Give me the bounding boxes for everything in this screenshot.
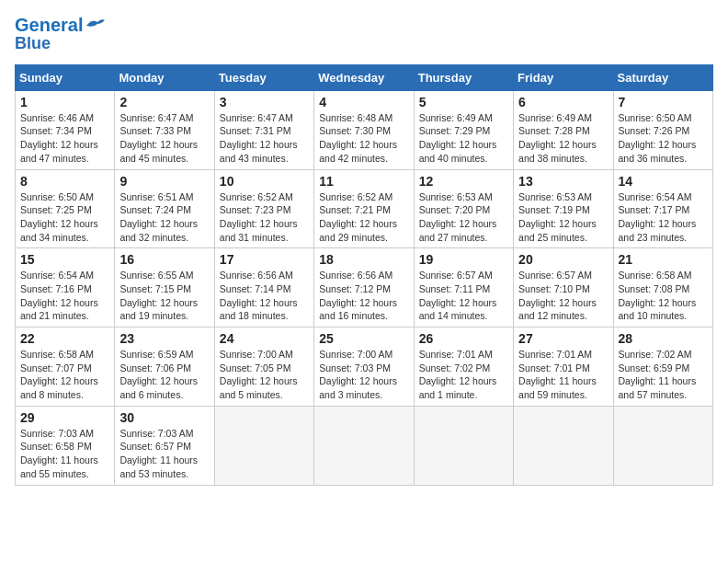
calendar-week-row: 1 Sunrise: 6:46 AM Sunset: 7:34 PM Dayli… bbox=[16, 90, 713, 169]
day-number: 9 bbox=[119, 174, 209, 189]
day-detail: Sunrise: 6:59 AM Sunset: 7:06 PM Dayligh… bbox=[119, 348, 209, 402]
day-detail: Sunrise: 6:58 AM Sunset: 7:07 PM Dayligh… bbox=[20, 348, 109, 402]
col-tuesday: Tuesday bbox=[214, 64, 313, 90]
day-detail: Sunrise: 7:01 AM Sunset: 7:02 PM Dayligh… bbox=[419, 348, 508, 402]
day-number: 23 bbox=[119, 331, 209, 346]
day-detail: Sunrise: 7:01 AM Sunset: 7:01 PM Dayligh… bbox=[518, 348, 608, 402]
day-number: 17 bbox=[220, 252, 309, 267]
day-detail: Sunrise: 6:53 AM Sunset: 7:20 PM Dayligh… bbox=[419, 190, 508, 245]
calendar-cell: 19 Sunrise: 6:57 AM Sunset: 7:11 PM Dayl… bbox=[414, 248, 513, 327]
day-number: 5 bbox=[419, 95, 508, 109]
day-number: 15 bbox=[20, 252, 109, 267]
day-detail: Sunrise: 7:03 AM Sunset: 6:58 PM Dayligh… bbox=[20, 427, 109, 481]
calendar-cell: 14 Sunrise: 6:54 AM Sunset: 7:17 PM Dayl… bbox=[613, 169, 712, 248]
day-number: 20 bbox=[518, 252, 608, 267]
day-detail: Sunrise: 7:00 AM Sunset: 7:03 PM Dayligh… bbox=[319, 348, 408, 402]
day-number: 12 bbox=[419, 174, 508, 189]
day-detail: Sunrise: 7:03 AM Sunset: 6:57 PM Dayligh… bbox=[119, 427, 209, 481]
day-number: 3 bbox=[220, 95, 309, 109]
col-wednesday: Wednesday bbox=[314, 64, 414, 90]
day-detail: Sunrise: 6:47 AM Sunset: 7:31 PM Dayligh… bbox=[220, 111, 309, 166]
day-number: 4 bbox=[319, 95, 408, 109]
calendar-header-row: Sunday Monday Tuesday Wednesday Thursday… bbox=[16, 64, 713, 90]
calendar-cell: 13 Sunrise: 6:53 AM Sunset: 7:19 PM Dayl… bbox=[514, 169, 613, 248]
day-detail: Sunrise: 6:53 AM Sunset: 7:19 PM Dayligh… bbox=[518, 190, 608, 245]
day-detail: Sunrise: 6:57 AM Sunset: 7:11 PM Dayligh… bbox=[419, 269, 508, 323]
calendar-cell: 17 Sunrise: 6:56 AM Sunset: 7:14 PM Dayl… bbox=[214, 248, 313, 327]
day-detail: Sunrise: 6:54 AM Sunset: 7:17 PM Dayligh… bbox=[619, 190, 708, 245]
day-detail: Sunrise: 6:50 AM Sunset: 7:25 PM Dayligh… bbox=[20, 190, 109, 245]
day-number: 21 bbox=[619, 252, 708, 267]
calendar-cell: 7 Sunrise: 6:50 AM Sunset: 7:26 PM Dayli… bbox=[613, 90, 712, 169]
day-detail: Sunrise: 6:57 AM Sunset: 7:10 PM Dayligh… bbox=[518, 269, 608, 323]
calendar-cell: 23 Sunrise: 6:59 AM Sunset: 7:06 PM Dayl… bbox=[115, 327, 214, 407]
calendar-cell: 27 Sunrise: 7:01 AM Sunset: 7:01 PM Dayl… bbox=[514, 327, 613, 407]
calendar-week-row: 15 Sunrise: 6:54 AM Sunset: 7:16 PM Dayl… bbox=[16, 248, 713, 327]
day-detail: Sunrise: 6:56 AM Sunset: 7:12 PM Dayligh… bbox=[319, 269, 408, 323]
calendar-cell bbox=[613, 406, 712, 485]
col-monday: Monday bbox=[115, 64, 214, 90]
calendar-cell bbox=[314, 406, 414, 485]
calendar-week-row: 8 Sunrise: 6:50 AM Sunset: 7:25 PM Dayli… bbox=[16, 169, 713, 248]
day-number: 14 bbox=[619, 174, 708, 189]
calendar-cell: 5 Sunrise: 6:49 AM Sunset: 7:29 PM Dayli… bbox=[414, 90, 513, 169]
calendar-cell bbox=[414, 406, 513, 485]
day-number: 10 bbox=[220, 174, 309, 189]
calendar-cell: 2 Sunrise: 6:47 AM Sunset: 7:33 PM Dayli… bbox=[115, 90, 214, 169]
day-number: 26 bbox=[419, 331, 508, 346]
day-detail: Sunrise: 6:58 AM Sunset: 7:08 PM Dayligh… bbox=[619, 269, 708, 323]
calendar-cell: 9 Sunrise: 6:51 AM Sunset: 7:24 PM Dayli… bbox=[115, 169, 214, 248]
day-detail: Sunrise: 6:54 AM Sunset: 7:16 PM Dayligh… bbox=[20, 269, 109, 323]
day-number: 19 bbox=[419, 252, 508, 267]
calendar-cell: 26 Sunrise: 7:01 AM Sunset: 7:02 PM Dayl… bbox=[414, 327, 513, 407]
col-thursday: Thursday bbox=[414, 64, 513, 90]
calendar-cell: 8 Sunrise: 6:50 AM Sunset: 7:25 PM Dayli… bbox=[16, 169, 115, 248]
calendar-cell: 6 Sunrise: 6:49 AM Sunset: 7:28 PM Dayli… bbox=[514, 90, 613, 169]
calendar-cell: 10 Sunrise: 6:52 AM Sunset: 7:23 PM Dayl… bbox=[214, 169, 313, 248]
day-detail: Sunrise: 6:49 AM Sunset: 7:29 PM Dayligh… bbox=[419, 111, 508, 166]
day-number: 29 bbox=[20, 410, 109, 425]
calendar-table: Sunday Monday Tuesday Wednesday Thursday… bbox=[15, 64, 713, 486]
calendar-cell: 18 Sunrise: 6:56 AM Sunset: 7:12 PM Dayl… bbox=[314, 248, 414, 327]
calendar-cell: 15 Sunrise: 6:54 AM Sunset: 7:16 PM Dayl… bbox=[16, 248, 115, 327]
day-number: 7 bbox=[619, 95, 708, 109]
day-detail: Sunrise: 6:47 AM Sunset: 7:33 PM Dayligh… bbox=[119, 111, 209, 166]
calendar-week-row: 29 Sunrise: 7:03 AM Sunset: 6:58 PM Dayl… bbox=[16, 406, 713, 485]
bird-icon bbox=[85, 17, 107, 33]
day-number: 22 bbox=[20, 331, 109, 346]
day-number: 25 bbox=[319, 331, 408, 346]
calendar-cell: 30 Sunrise: 7:03 AM Sunset: 6:57 PM Dayl… bbox=[115, 406, 214, 485]
day-number: 13 bbox=[518, 174, 608, 189]
day-detail: Sunrise: 6:51 AM Sunset: 7:24 PM Dayligh… bbox=[119, 190, 209, 245]
day-number: 6 bbox=[518, 95, 608, 109]
day-number: 8 bbox=[20, 174, 109, 189]
calendar-cell: 20 Sunrise: 6:57 AM Sunset: 7:10 PM Dayl… bbox=[514, 248, 613, 327]
day-number: 18 bbox=[319, 252, 408, 267]
calendar-cell: 12 Sunrise: 6:53 AM Sunset: 7:20 PM Dayl… bbox=[414, 169, 513, 248]
calendar-cell: 16 Sunrise: 6:55 AM Sunset: 7:15 PM Dayl… bbox=[115, 248, 214, 327]
day-detail: Sunrise: 6:55 AM Sunset: 7:15 PM Dayligh… bbox=[119, 269, 209, 323]
day-detail: Sunrise: 7:00 AM Sunset: 7:05 PM Dayligh… bbox=[220, 348, 309, 402]
day-number: 2 bbox=[119, 95, 209, 109]
calendar-cell: 11 Sunrise: 6:52 AM Sunset: 7:21 PM Dayl… bbox=[314, 169, 414, 248]
day-number: 28 bbox=[619, 331, 708, 346]
day-detail: Sunrise: 7:02 AM Sunset: 6:59 PM Dayligh… bbox=[619, 348, 708, 402]
day-number: 11 bbox=[319, 174, 408, 189]
day-detail: Sunrise: 6:52 AM Sunset: 7:21 PM Dayligh… bbox=[319, 190, 408, 245]
day-detail: Sunrise: 6:46 AM Sunset: 7:34 PM Dayligh… bbox=[20, 111, 109, 166]
day-number: 1 bbox=[20, 95, 109, 109]
calendar-cell: 3 Sunrise: 6:47 AM Sunset: 7:31 PM Dayli… bbox=[214, 90, 313, 169]
day-number: 24 bbox=[220, 331, 309, 346]
day-detail: Sunrise: 6:49 AM Sunset: 7:28 PM Dayligh… bbox=[518, 111, 608, 166]
calendar-cell bbox=[214, 406, 313, 485]
calendar-cell: 1 Sunrise: 6:46 AM Sunset: 7:34 PM Dayli… bbox=[16, 90, 115, 169]
day-number: 30 bbox=[119, 410, 209, 425]
calendar-week-row: 22 Sunrise: 6:58 AM Sunset: 7:07 PM Dayl… bbox=[16, 327, 713, 407]
calendar-cell: 22 Sunrise: 6:58 AM Sunset: 7:07 PM Dayl… bbox=[16, 327, 115, 407]
day-detail: Sunrise: 6:50 AM Sunset: 7:26 PM Dayligh… bbox=[619, 111, 708, 166]
day-number: 27 bbox=[518, 331, 608, 346]
day-detail: Sunrise: 6:52 AM Sunset: 7:23 PM Dayligh… bbox=[220, 190, 309, 245]
day-detail: Sunrise: 6:56 AM Sunset: 7:14 PM Dayligh… bbox=[220, 269, 309, 323]
calendar-cell: 25 Sunrise: 7:00 AM Sunset: 7:03 PM Dayl… bbox=[314, 327, 414, 407]
calendar-cell: 4 Sunrise: 6:48 AM Sunset: 7:30 PM Dayli… bbox=[314, 90, 414, 169]
